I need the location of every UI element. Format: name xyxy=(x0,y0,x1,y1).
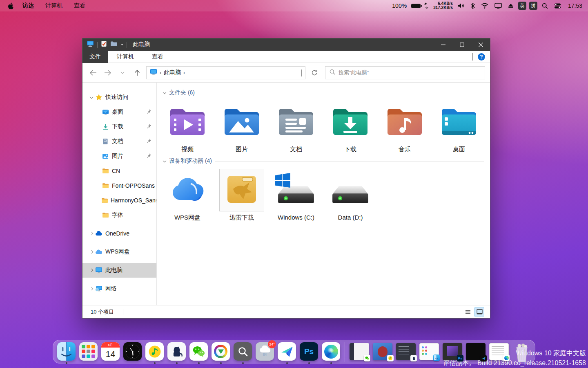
back-button[interactable] xyxy=(87,70,99,76)
folder-tile-pictures[interactable]: 图片 xyxy=(218,101,266,153)
large-icons-view-button[interactable] xyxy=(474,307,484,316)
minimized-black-window[interactable] xyxy=(466,343,486,360)
folder-tile-desktop[interactable]: 桌面 xyxy=(435,101,483,153)
up-button[interactable] xyxy=(131,70,143,76)
dock-clock[interactable] xyxy=(123,342,142,361)
dock-wechat[interactable] xyxy=(189,342,208,361)
new-folder-quick-action-icon[interactable] xyxy=(110,41,118,48)
dock-weather[interactable]: 24° 阴 xyxy=(256,342,274,361)
videos-folder-icon xyxy=(168,105,207,139)
menu-computer[interactable]: 计算机 xyxy=(41,0,67,11)
group-collapse-chevron-icon[interactable] xyxy=(163,90,166,94)
sidebar-item-quick-access[interactable]: 快速访问 xyxy=(82,90,156,105)
minimized-album-art-window[interactable] xyxy=(373,343,392,360)
qat-customize-caret-icon[interactable] xyxy=(121,44,123,45)
dock-launchpad[interactable] xyxy=(79,342,98,361)
sidebar-item-folder-harmonyos-sans[interactable]: HarmonyOS_Sans xyxy=(82,193,156,208)
expand-chevron-icon[interactable] xyxy=(88,287,95,290)
dock-photoshop[interactable]: Ps xyxy=(300,342,318,361)
display-mirroring-icon[interactable] xyxy=(493,0,503,11)
minimized-dark-window[interactable] xyxy=(396,343,416,360)
drive-tile-thunder-download[interactable]: 迅雷下载 xyxy=(218,169,266,222)
folder-tile-videos[interactable]: 视频 xyxy=(163,101,212,153)
menu-view[interactable]: 查看 xyxy=(70,0,89,11)
drive-tile-windows-c[interactable]: Windows (C:) xyxy=(272,169,320,222)
recent-locations-caret-icon[interactable] xyxy=(117,72,128,73)
dock-idm[interactable] xyxy=(212,342,230,361)
dock-qq-music[interactable] xyxy=(145,342,164,361)
properties-quick-action-icon[interactable] xyxy=(101,40,107,49)
volume-icon[interactable] xyxy=(456,0,466,11)
spotlight-search-icon[interactable] xyxy=(540,0,550,11)
sidebar-item-wps-cloud[interactable]: WPS网盘 xyxy=(82,245,156,259)
network-transfer-arrows-icon[interactable] xyxy=(422,0,430,11)
details-view-button[interactable] xyxy=(463,307,473,316)
sidebar-item-this-pc[interactable]: 此电脑 xyxy=(82,263,156,278)
close-button[interactable] xyxy=(471,38,490,51)
dock-search-utility[interactable] xyxy=(234,342,252,361)
group-collapse-chevron-icon[interactable] xyxy=(163,159,166,162)
dock-cat-app[interactable] xyxy=(167,342,186,361)
ribbon-expand-caret-icon[interactable] xyxy=(472,53,473,61)
tab-view[interactable]: 查看 xyxy=(143,51,172,63)
eject-icon[interactable] xyxy=(506,0,515,11)
minimized-document-window[interactable] xyxy=(489,343,509,360)
help-icon[interactable]: ? xyxy=(478,53,485,61)
folder-tile-documents[interactable]: 文档 xyxy=(272,101,320,153)
dock-paper-plane-app[interactable] xyxy=(278,342,296,361)
drive-tile-wps-cloud[interactable]: WPS网盘 xyxy=(163,169,212,222)
input-source-english-key[interactable]: 英 xyxy=(518,2,526,10)
sidebar-item-folder-fonts[interactable]: 字体 xyxy=(82,208,156,222)
apple-menu-icon[interactable] xyxy=(6,0,15,11)
dock-edge[interactable] xyxy=(322,342,340,361)
expand-chevron-icon[interactable] xyxy=(88,232,95,235)
dock-finder[interactable] xyxy=(57,342,76,361)
breadcrumb[interactable]: 此电脑 xyxy=(164,69,181,76)
sidebar-item-desktop[interactable]: 桌面 xyxy=(82,105,156,119)
folders-group-header[interactable]: 文件夹 (6) xyxy=(163,88,484,97)
refresh-button[interactable] xyxy=(309,70,320,76)
sidebar-item-network[interactable]: 网络 xyxy=(82,281,156,296)
breadcrumb-chevron-icon[interactable]: › xyxy=(183,70,185,76)
tab-file[interactable]: 文件 xyxy=(82,51,108,63)
dock-trash[interactable] xyxy=(512,342,531,362)
address-dropdown-caret-icon[interactable] xyxy=(301,70,302,76)
running-indicator xyxy=(220,362,222,364)
input-source-pinyin-key[interactable]: 拼 xyxy=(529,2,537,10)
search-input[interactable] xyxy=(339,70,481,76)
minimized-photoshop-window[interactable]: Ps xyxy=(443,343,462,360)
maximize-button[interactable] xyxy=(452,38,471,51)
folder-icon xyxy=(101,183,109,188)
tab-computer[interactable]: 计算机 xyxy=(108,51,143,63)
address-bar[interactable]: › 此电脑 › xyxy=(146,66,305,79)
bluetooth-icon[interactable] xyxy=(469,0,477,11)
dock-calendar[interactable]: 6月 14 xyxy=(101,342,120,361)
sidebar-item-documents[interactable]: 文档 xyxy=(82,134,156,149)
drives-group-header[interactable]: 设备和驱动器 (4) xyxy=(163,157,484,166)
download-speed: 317.2KB/s xyxy=(433,6,453,10)
wifi-icon[interactable] xyxy=(479,0,490,11)
expand-chevron-icon[interactable] xyxy=(88,251,95,253)
minimize-button[interactable] xyxy=(434,38,452,51)
search-box[interactable] xyxy=(325,66,485,79)
folder-tile-music[interactable]: 音乐 xyxy=(381,101,429,153)
sidebar-item-pictures[interactable]: 图片 xyxy=(82,149,156,164)
collapse-chevron-icon[interactable] xyxy=(88,97,95,98)
sidebar-item-downloads[interactable]: 下载 xyxy=(82,119,156,134)
running-indicator xyxy=(242,362,244,364)
minimized-finder-window[interactable] xyxy=(419,343,439,360)
control-center-icon[interactable] xyxy=(552,0,563,11)
window-titlebar[interactable]: 此电脑 xyxy=(82,38,490,51)
sidebar-item-folder-font-opposans[interactable]: Font-OPPOSans xyxy=(82,178,156,193)
folder-tile-downloads[interactable]: 下载 xyxy=(326,101,374,153)
expand-chevron-icon[interactable] xyxy=(88,269,95,272)
minimized-wechat-window[interactable] xyxy=(350,343,369,360)
sidebar-item-onedrive[interactable]: OneDrive xyxy=(82,226,156,241)
battery-charging-icon[interactable] xyxy=(410,0,419,11)
drive-tile-data-d[interactable]: Data (D:) xyxy=(326,169,374,222)
forward-button[interactable] xyxy=(102,70,114,76)
pictures-icon xyxy=(101,153,109,159)
menu-bar-clock[interactable]: 17:53 xyxy=(566,2,582,9)
menu-finder[interactable]: 访达 xyxy=(18,0,38,11)
sidebar-item-folder-cn[interactable]: CN xyxy=(82,164,156,178)
